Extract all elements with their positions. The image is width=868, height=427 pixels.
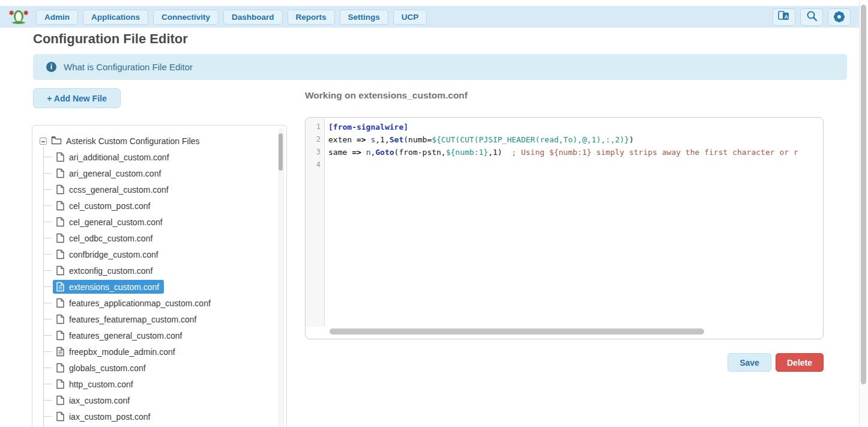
tree-file[interactable]: http_custom.conf <box>53 377 138 391</box>
svg-text:✱: ✱ <box>23 10 29 16</box>
info-alert[interactable]: i What is Configuration File Editor <box>33 54 847 80</box>
tree-file-item: iax_general_custom.conf <box>43 425 279 427</box>
tree-file-item: freepbx_module_admin.conf <box>43 344 279 360</box>
tree-file[interactable]: extconfig_custom.conf <box>53 264 157 277</box>
tree-file-item: iax_custom_post.conf <box>43 408 279 425</box>
page: ✱ ✱ AdminApplicationsConnectivityDashboa… <box>0 0 868 427</box>
language-icon: A <box>778 10 790 23</box>
tree-file[interactable]: features_general_custom.conf <box>53 329 187 342</box>
nav-menu: AdminApplicationsConnectivityDashboardRe… <box>36 10 427 25</box>
tree-scrollbar-track[interactable] <box>279 129 284 427</box>
line-number: 4 <box>306 159 321 171</box>
file-name-label: http_custom.conf <box>69 380 133 389</box>
file-name-label: iax_custom.conf <box>69 396 130 405</box>
file-icon <box>56 363 65 373</box>
freepbx-logo-icon[interactable]: ✱ ✱ <box>7 8 30 26</box>
editor-horizontal-scrollbar-thumb[interactable] <box>330 329 704 335</box>
line-number: 3 <box>306 146 321 159</box>
settings-button[interactable] <box>828 8 851 26</box>
tree-file-item: extensions_custom.conf <box>43 279 279 295</box>
file-name-label: features_applicationmap_custom.conf <box>69 298 211 308</box>
nav-item-admin[interactable]: Admin <box>36 10 78 25</box>
page-title: Configuration File Editor <box>33 31 188 47</box>
language-button[interactable]: A <box>773 8 795 26</box>
folder-icon <box>51 136 62 147</box>
file-icon <box>56 217 65 227</box>
file-icon <box>56 201 65 211</box>
file-name-label: features_featuremap_custom.conf <box>69 315 196 324</box>
tree-file-item: cel_custom_post.conf <box>43 198 279 214</box>
tree-file[interactable]: ari_additional_custom.conf <box>53 150 174 164</box>
file-name-label: cel_custom_post.conf <box>69 201 150 211</box>
tree-file[interactable]: freepbx_module_admin.conf <box>53 345 180 359</box>
collapse-minus-icon[interactable] <box>40 138 47 145</box>
nav-item-ucp[interactable]: UCP <box>393 10 427 25</box>
code-line: [from-signalwire] <box>328 121 822 133</box>
code-line <box>328 159 822 171</box>
tree-file-item: globals_custom.conf <box>43 360 279 376</box>
nav-utility-buttons: A <box>773 8 851 26</box>
tree-file-item: ari_general_custom.conf <box>43 165 279 181</box>
tree-file[interactable]: iax_custom_post.conf <box>53 410 155 423</box>
tree-file-item: features_general_custom.conf <box>43 327 279 344</box>
code-editor[interactable]: [from-signalwire]exten => s,1,Set(numb=$… <box>325 118 823 327</box>
tree-root-label: Asterisk Custom Configuration Files <box>66 136 200 146</box>
tree-file[interactable]: cel_general_custom.conf <box>53 215 167 229</box>
tree-file[interactable]: iax_custom.conf <box>53 393 134 407</box>
file-icon <box>56 233 65 243</box>
tree-file-item: extconfig_custom.conf <box>43 262 279 279</box>
svg-text:A: A <box>785 14 789 20</box>
file-icon <box>56 330 65 341</box>
tree-file[interactable]: confbridge_custom.conf <box>53 247 163 261</box>
tree-file[interactable]: globals_custom.conf <box>53 361 151 375</box>
tree-file[interactable]: features_applicationmap_custom.conf <box>53 296 215 310</box>
info-alert-text: What is Configuration File Editor <box>64 62 193 72</box>
nav-item-reports[interactable]: Reports <box>288 10 335 25</box>
info-icon: i <box>46 62 56 72</box>
file-text-icon <box>56 347 65 357</box>
file-name-label: extconfig_custom.conf <box>69 266 152 276</box>
nav-item-applications[interactable]: Applications <box>83 10 148 25</box>
tree-file-item: confbridge_custom.conf <box>43 246 279 262</box>
add-new-file-button[interactable]: + Add New File <box>33 88 121 108</box>
page-scrollbar-thumb[interactable] <box>861 5 866 384</box>
file-name-label: extensions_custom.conf <box>69 282 159 292</box>
working-on-heading: Working on extensions_custom.conf <box>305 90 468 101</box>
file-name-label: globals_custom.conf <box>69 363 146 373</box>
search-icon <box>806 10 818 24</box>
tree-file[interactable]: cel_odbc_custom.conf <box>53 231 157 245</box>
tree-file-selected[interactable]: extensions_custom.conf <box>53 280 164 294</box>
file-tree-panel: Asterisk Custom Configuration Files ari_… <box>32 125 287 427</box>
file-icon <box>56 395 65 405</box>
code-line: same => n,Goto(from-pstn,${numb:1},1) ; … <box>328 146 822 159</box>
tree-file[interactable]: ari_general_custom.conf <box>53 166 166 180</box>
delete-button[interactable]: Delete <box>776 353 824 372</box>
tree-file-list: ari_additional_custom.confari_general_cu… <box>43 149 279 427</box>
file-name-label: cel_odbc_custom.conf <box>69 234 152 243</box>
file-name-label: cel_general_custom.conf <box>69 217 163 227</box>
tree-scrollbar-thumb[interactable] <box>279 133 283 171</box>
file-icon <box>56 298 65 308</box>
file-icon <box>56 411 65 422</box>
page-scrollbar-track[interactable] <box>859 0 868 427</box>
file-name-label: ari_additional_custom.conf <box>69 153 169 162</box>
nav-item-connectivity[interactable]: Connectivity <box>153 10 219 25</box>
tree-file-item: features_featuremap_custom.conf <box>43 311 279 327</box>
tree-file[interactable]: cel_custom_post.conf <box>53 199 155 213</box>
search-button[interactable] <box>800 8 823 26</box>
tree-file-item: iax_custom.conf <box>43 392 279 408</box>
tree-root-node[interactable]: Asterisk Custom Configuration Files <box>40 133 279 149</box>
tree-file[interactable]: ccss_general_custom.conf <box>53 183 173 196</box>
nav-item-settings[interactable]: Settings <box>340 10 388 25</box>
tree-file[interactable]: features_featuremap_custom.conf <box>53 312 201 326</box>
file-name-label: freepbx_module_admin.conf <box>69 347 175 357</box>
file-text-icon <box>56 282 65 292</box>
config-file-editor: 1234 [from-signalwire]exten => s,1,Set(n… <box>305 117 824 339</box>
tree-file-item: cel_general_custom.conf <box>43 214 279 230</box>
line-number: 2 <box>306 133 321 146</box>
file-icon <box>56 314 65 324</box>
save-button[interactable]: Save <box>728 353 771 372</box>
nav-item-dashboard[interactable]: Dashboard <box>223 10 283 25</box>
file-name-label: iax_custom_post.conf <box>69 412 150 422</box>
file-icon <box>56 265 65 276</box>
